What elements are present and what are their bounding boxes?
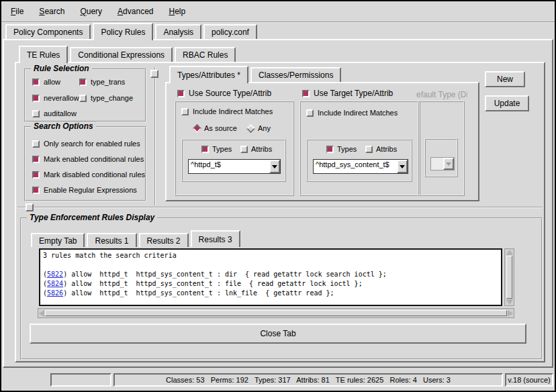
default-type-combo-value (431, 158, 443, 170)
hscroll-thumb[interactable] (45, 310, 507, 316)
menu-advanced[interactable]: Advanced (115, 5, 155, 17)
target-types-box: Types Attribs ^httpd_sys_content_t$ (306, 139, 412, 182)
checkbox-indicator (32, 110, 40, 117)
rule-id-link-5822[interactable]: 5822 (47, 271, 63, 278)
checkbox-mark-disabled-conditional[interactable]: Mark disabled conditional rules (32, 170, 145, 179)
combo-dropdown-arrow-icon[interactable] (397, 160, 408, 173)
tab-results-1[interactable]: Results 1 (87, 233, 136, 247)
rule-text: allow httpd_t httpd_sys_content_t : lnk_… (67, 289, 334, 297)
checkbox-label: Include Indirect Matches (318, 109, 398, 117)
checkbox-mark-enabled-conditional[interactable]: Mark enabled conditional rules (32, 155, 144, 163)
scroll-up-icon[interactable] (506, 250, 513, 255)
checkbox-label: Use Source Type/Attrib (189, 89, 271, 98)
checkbox-indicator (326, 146, 334, 153)
checkbox-source-types[interactable]: Types (201, 145, 232, 153)
tab-te-rules[interactable]: TE Rules (19, 46, 68, 63)
checkbox-label: Only search for enabled rules (44, 140, 140, 148)
te-results-group: Type Enforcement Rules Display Empty Tab… (20, 217, 543, 360)
checkbox-label: type_trans (91, 78, 125, 86)
checkbox-indicator (181, 108, 189, 115)
source-box: Include Indirect Matches As source Any T… (175, 101, 294, 196)
tab-rbac-rules[interactable]: RBAC Rules (175, 47, 236, 62)
checkbox-allow[interactable]: allow (32, 78, 60, 86)
vertical-sash-handle[interactable] (150, 70, 158, 78)
tab-conditional-expressions[interactable]: Conditional Expressions (70, 47, 173, 62)
combo-dropdown-arrow-icon[interactable] (269, 160, 280, 173)
results-vscrollbar[interactable] (504, 248, 514, 306)
default-type-label: efault Type (Disa (416, 90, 467, 99)
checkbox-source-indirect[interactable]: Include Indirect Matches (181, 107, 273, 115)
rule-id-link-5824[interactable]: 5824 (47, 280, 63, 287)
checkbox-label: type_change (91, 94, 133, 102)
radio-any[interactable]: Any (247, 124, 271, 132)
checkbox-target-indirect[interactable]: Include Indirect Matches (306, 109, 398, 117)
radio-as-source[interactable]: As source (193, 124, 237, 132)
results-tab-bar: Empty Tab Results 1 Results 2 Results 3 (31, 230, 242, 248)
vertical-sash[interactable] (154, 67, 156, 205)
close-tab-button[interactable]: Close Tab (30, 324, 526, 344)
new-button[interactable]: New (485, 71, 525, 87)
checkbox-indicator (32, 79, 40, 86)
checkbox-label: Mark disabled conditional rules (44, 170, 145, 179)
update-button[interactable]: Update (485, 95, 529, 111)
menu-search[interactable]: Search (37, 5, 66, 17)
checkbox-use-target-type[interactable]: Use Target Type/Attrib (302, 89, 393, 98)
search-options-group: Search Options Only search for enabled r… (24, 126, 146, 201)
target-box: Include Indirect Matches Types Attribs ^… (299, 101, 420, 196)
tab-policy-conf[interactable]: policy.conf (203, 24, 257, 39)
tab-policy-components[interactable]: Policy Components (5, 24, 91, 39)
rule-id-link-5826[interactable]: 5826 (47, 289, 63, 297)
menu-file[interactable]: File (9, 5, 26, 17)
checkbox-indicator (201, 146, 209, 153)
horizontal-sash[interactable] (17, 207, 543, 208)
radio-label: Any (258, 124, 271, 132)
results-hscrollbar[interactable] (38, 308, 514, 318)
checkbox-only-enabled-rules[interactable]: Only search for enabled rules (32, 140, 140, 148)
target-type-combo[interactable]: ^httpd_sys_content_t$ (313, 159, 408, 174)
tab-classes-permissions[interactable]: Classes/Permissions (250, 67, 341, 82)
checkbox-target-attribs[interactable]: Attribs (365, 145, 397, 153)
results-text-area: 3 rules match the search criteria (5822)… (39, 248, 502, 306)
tab-analysis[interactable]: Analysis (155, 24, 201, 39)
rule-selection-title: Rule Selection (31, 64, 92, 73)
tab-empty[interactable]: Empty Tab (31, 233, 85, 247)
menu-help[interactable]: Help (167, 5, 187, 17)
checkbox-type-trans[interactable]: type_trans (79, 78, 125, 86)
result-rule-line: (5826) allow httpd_t httpd_sys_content_t… (43, 289, 498, 298)
menu-query[interactable]: Query (78, 5, 104, 17)
result-rule-line: (5822) allow httpd_t httpd_sys_content_t… (43, 270, 498, 279)
results-summary: 3 rules match the search criteria (43, 251, 498, 260)
tab-results-2[interactable]: Results 2 (139, 233, 189, 247)
vscroll-thumb[interactable] (506, 256, 512, 299)
rule-text: allow httpd_t httpd_sys_content_t : file… (67, 280, 363, 287)
scroll-down-icon[interactable] (506, 299, 513, 305)
te-rules-panel: Rule Selection allow type_trans neverall… (15, 62, 545, 362)
rule-tab-bar: TE Rules Conditional Expressions RBAC Ru… (19, 44, 238, 63)
status-version: v.18 (source) (505, 373, 553, 387)
checkbox-label: Use Target Type/Attrib (314, 89, 393, 98)
tab-results-3[interactable]: Results 3 (191, 230, 240, 247)
source-type-combo-value: ^httpd_t$ (189, 160, 269, 173)
checkbox-indicator (302, 90, 310, 97)
checkbox-type-change[interactable]: type_change (79, 94, 133, 102)
checkbox-neverallow[interactable]: neverallow (32, 94, 79, 102)
tab-types-attributes[interactable]: Types/Attributes * (169, 66, 248, 83)
scroll-left-icon[interactable] (39, 310, 44, 317)
checkbox-auditallow[interactable]: auditallow (32, 109, 77, 117)
checkbox-label: Attribs (251, 145, 272, 153)
source-type-combo[interactable]: ^httpd_t$ (188, 159, 281, 174)
checkbox-label: allow (44, 78, 60, 86)
tab-policy-rules[interactable]: Policy Rules (93, 23, 153, 40)
checkbox-source-attribs[interactable]: Attribs (240, 145, 272, 153)
checkbox-enable-regex[interactable]: Enable Regular Expressions (32, 186, 137, 194)
checkbox-indicator (79, 95, 87, 102)
scroll-right-icon[interactable] (508, 310, 513, 317)
radio-label: As source (204, 124, 237, 132)
combo-dropdown-arrow-icon (443, 158, 454, 170)
checkbox-indicator (79, 79, 87, 86)
policy-rules-panel: TE Rules Conditional Expressions RBAC Ru… (3, 39, 553, 368)
checkbox-use-source-type[interactable]: Use Source Type/Attrib (177, 89, 271, 98)
horizontal-sash-handle[interactable] (26, 203, 34, 211)
checkbox-target-types[interactable]: Types (326, 145, 357, 153)
checkbox-label: Include Indirect Matches (193, 107, 273, 115)
